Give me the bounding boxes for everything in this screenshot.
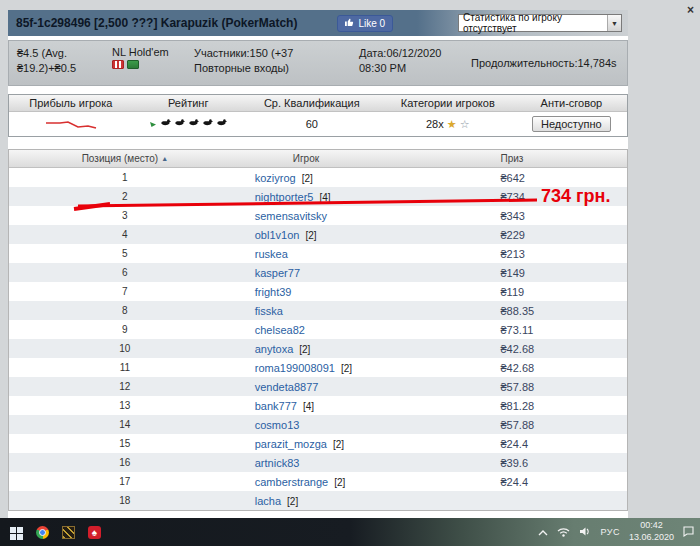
profit-sparkline [42,116,100,132]
prize-cell: ₴81.28 [473,400,628,412]
player-link[interactable]: kasper77 [255,267,300,279]
entries-count: [2] [334,477,345,488]
duck-icon [160,118,172,130]
prize-cell: ₴39.6 [473,457,628,469]
player-link[interactable]: anytoxa [255,343,294,355]
clock[interactable]: 00:42 13.06.2020 [629,520,674,543]
position-cell: 5 [9,248,241,259]
prize-cell: ₴57.88 [473,419,628,431]
player-link[interactable]: nightporter5 [255,191,314,203]
player-link[interactable]: obl1v1on [255,229,300,241]
position-cell: 2 [9,191,241,202]
close-icon[interactable]: × [687,3,694,17]
position-cell: 1 [9,172,241,183]
table-row: 3 semensavitsky ₴343 [9,206,627,225]
prize-cell: ₴42.68 [473,343,628,355]
player-stats-panel: Прибыль игрока Рейтинг Ср. Квалификация … [8,94,628,137]
table-row: 10 anytoxa [2] ₴42.68 [9,339,627,358]
player-cell: bank777 [4] [241,400,473,412]
player-cell: roma199008091 [2] [241,362,473,374]
player-link[interactable]: cosmo13 [255,419,300,431]
tray-date: 13.06.2020 [629,532,674,544]
position-cell: 6 [9,267,241,278]
player-link[interactable]: roma199008091 [255,362,335,374]
action-center-icon[interactable] [683,523,694,541]
start-button[interactable] [10,526,23,539]
poker-app-icon[interactable] [62,526,75,539]
player-link[interactable]: parazit_mozga [255,438,327,450]
player-link[interactable]: ruskea [255,248,288,260]
prize-cell: ₴734 [473,191,628,203]
anti-collusion-button[interactable]: Недоступно [532,116,611,132]
player-link[interactable]: lacha [255,495,281,507]
player-cell: cosmo13 [241,419,473,431]
wifi-icon[interactable] [557,523,570,541]
prize-cell: ₴229 [473,229,628,241]
avg-qualification-value: 60 [244,118,380,130]
player-cell: nightporter5 [4] [241,191,473,203]
prize-cell: ₴57.88 [473,381,628,393]
tournament-infobar: ₴4.5 (Avg. ₴19.2)+₴0.5 NL Hold'em Участн… [8,40,628,86]
table-header-row: Позиция (место) ▲ Игрок Приз [9,150,627,168]
position-cell: 11 [9,362,241,373]
duck-icon [202,118,214,130]
player-link[interactable]: vendeta8877 [255,381,319,393]
tournament-panel: 85f-1c298496 [2,500 ???] Karapuzik (Poke… [8,10,628,518]
prize-header[interactable]: Приз [473,153,628,164]
table-row: 11 roma199008091 [2] ₴42.68 [9,358,627,377]
player-stats-dropdown[interactable]: Статистика по игроку отсутствует ▼ [458,14,622,32]
player-header[interactable]: Игрок [241,153,473,164]
player-cell: artnick83 [241,457,473,469]
player-cell: chelsea82 [241,324,473,336]
chevron-down-icon: ▼ [607,15,621,31]
volume-icon[interactable] [579,523,591,541]
player-link[interactable]: camberstrange [255,476,328,488]
player-link[interactable]: fright39 [255,286,292,298]
game-flag-icon-1 [112,60,124,69]
prize-cell: ₴88.35 [473,305,628,317]
position-header[interactable]: Позиция (место) ▲ [9,153,241,164]
position-cell: 14 [9,419,241,430]
entries-count: [2] [305,230,316,241]
taskbar: ♠ РУС 00:42 13.06.2 [0,518,700,546]
like-button[interactable]: Like 0 [337,15,393,32]
position-cell: 4 [9,229,241,240]
tray-expand-icon[interactable] [538,523,548,541]
language-indicator[interactable]: РУС [600,527,620,537]
prize-cell: ₴73.11 [473,324,628,336]
table-row: 5 ruskea ₴213 [9,244,627,263]
entries-count: [2] [333,439,344,450]
rating-icons [160,118,228,130]
player-link[interactable]: chelsea82 [255,324,305,336]
system-tray: РУС 00:42 13.06.2020 [538,520,694,543]
stats-header-anticollusion: Анти-сговор [516,97,627,109]
player-link[interactable]: bank777 [255,400,297,412]
prize-cell: ₴42.68 [473,362,628,374]
tournament-title: 85f-1c298496 [2,500 ???] Karapuzik (Poke… [16,16,297,30]
stats-body-row: 60 28x ★ ☆ Недоступно [9,112,627,136]
prize-cell: ₴24.4 [473,438,628,450]
prize-cell: ₴149 [473,267,628,279]
player-link[interactable]: semensavitsky [255,210,327,222]
prize-cell: ₴642 [473,172,628,184]
player-cell: fright39 [241,286,473,298]
player-link[interactable]: koziyrog [255,172,296,184]
like-label: Like 0 [358,18,385,29]
thumbs-up-icon [345,18,354,29]
table-row: 16 artnick83 ₴39.6 [9,453,627,472]
position-cell: 16 [9,457,241,468]
tournament-duration: Продолжительность:14,784s [471,57,619,69]
taskbar-apps: ♠ [6,526,101,539]
player-cell: kasper77 [241,267,473,279]
position-cell: 10 [9,343,241,354]
player-link[interactable]: fisska [255,305,283,317]
player-link[interactable]: artnick83 [255,457,300,469]
duck-icon [188,118,200,130]
player-cell: ruskea [241,248,473,260]
sort-asc-icon: ▲ [161,155,168,162]
stats-header-categories: Категории игроков [380,97,516,109]
results-table: Позиция (место) ▲ Игрок Приз 1 koziyrog … [8,149,628,511]
pokerstars-icon[interactable]: ♠ [88,526,101,539]
player-cell: vendeta8877 [241,381,473,393]
chrome-icon[interactable] [36,526,49,539]
